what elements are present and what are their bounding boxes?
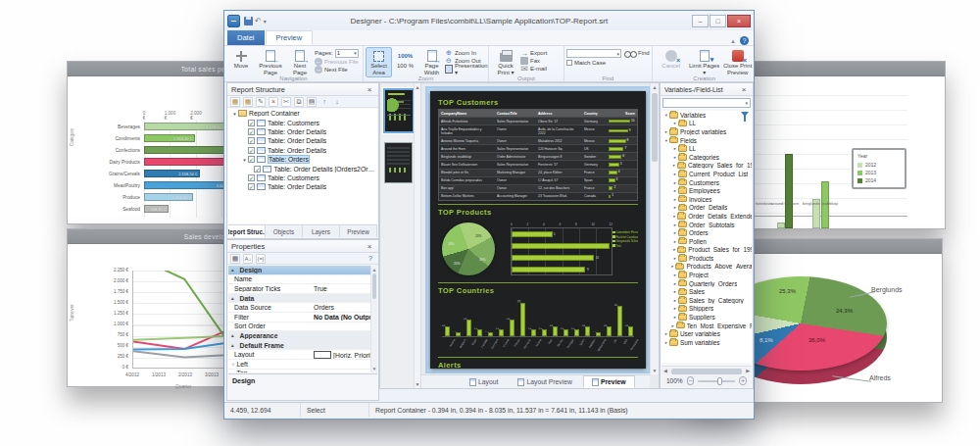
checkbox-icon[interactable]: ✓: [248, 147, 255, 154]
variables-tree-item[interactable]: ▸ Current_Product_List: [662, 170, 752, 178]
paste-icon[interactable]: ▤: [307, 97, 317, 107]
variables-tree-item[interactable]: ▸ Pollen: [662, 237, 752, 246]
tree-item[interactable]: ✓ Table: Order Details: [228, 182, 377, 191]
ribbon-big-button[interactable]: ←Previous Page: [256, 47, 285, 77]
delete-icon[interactable]: ×: [269, 97, 278, 107]
help-icon[interactable]: ?: [740, 36, 749, 45]
app-icon[interactable]: [227, 15, 240, 27]
variables-tree-item[interactable]: ▸ Order_Subtotals: [662, 221, 752, 229]
expander-icon[interactable]: ▸: [670, 323, 676, 328]
search-combo[interactable]: ▾: [566, 49, 621, 58]
property-value[interactable]: [Horiz. Priority]: [311, 351, 370, 359]
close-pane-icon[interactable]: ×: [739, 85, 749, 94]
variables-tree-item[interactable]: ▸ Quarterly_Orders: [662, 279, 752, 288]
variables-tree-item[interactable]: ▸ LL: [662, 144, 752, 153]
pane-tab[interactable]: Report Struc...: [228, 225, 266, 237]
pane-tab[interactable]: Preview: [340, 225, 377, 237]
tree-item[interactable]: ▾ Report Container: [228, 109, 377, 118]
tree-item[interactable]: ✓ Table: Order Details [Orders2Order Det…: [228, 164, 377, 173]
property-row[interactable]: Filter No Data (No Output): [228, 313, 370, 322]
checkbox-icon[interactable]: ✓: [248, 156, 255, 163]
variables-tree-item[interactable]: ▸ Order_Details_Extended: [662, 212, 752, 221]
cut-icon[interactable]: ✂: [281, 97, 291, 107]
view-tab[interactable]: Layout: [461, 375, 507, 388]
variables-tree-item[interactable]: ▸ Sales: [662, 287, 752, 296]
pane-tab[interactable]: Layers: [303, 225, 340, 237]
variables-tree-item[interactable]: ▸ Ten_Most_Expensive_Products: [662, 322, 752, 330]
move-down-icon[interactable]: ↓: [332, 97, 342, 107]
tree-item[interactable]: ✓ Table: Customers: [228, 173, 377, 182]
property-row[interactable]: Data Source Orders: [228, 303, 370, 313]
property-row[interactable]: Separator Ticks True: [228, 284, 370, 294]
ribbon-small-button[interactable]: E-mail: [520, 65, 562, 73]
ribbon-big-button[interactable]: ▾Limit Pages ▾: [688, 47, 721, 77]
checkbox-icon[interactable]: ✓: [248, 128, 255, 135]
edit-icon[interactable]: ✎: [256, 97, 266, 107]
properties-help-icon[interactable]: ?: [366, 254, 375, 264]
ribbon-big-button[interactable]: Move: [226, 47, 256, 77]
variables-tree-item[interactable]: ▸ User variables: [662, 329, 752, 338]
expander-icon[interactable]: ▾: [231, 111, 238, 117]
ribbon-big-button[interactable]: ×Cancel: [655, 47, 688, 77]
checkbox-icon[interactable]: ✓: [254, 166, 261, 173]
property-row[interactable]: Name: [228, 275, 370, 285]
variables-tree-item[interactable]: ▸ Suppliers: [662, 313, 752, 322]
match-case-checkbox[interactable]: Match Case: [566, 59, 623, 67]
variables-hscrollbar[interactable]: ◀▶: [662, 366, 752, 374]
variables-tree-item[interactable]: ▾ Fields: [662, 136, 752, 145]
collapse-ribbon-icon[interactable]: ▲: [730, 38, 736, 44]
variables-tree-item[interactable]: ▸ Project variables: [662, 127, 752, 136]
variables-tree-item[interactable]: ▸ Sum variables: [662, 338, 752, 347]
variables-tree-item[interactable]: ▸ Categories: [662, 153, 752, 162]
page-thumbnail-2[interactable]: [384, 142, 413, 183]
property-value[interactable]: No Data (No Output): [311, 314, 370, 321]
variables-tree-item[interactable]: ▸ Products: [662, 254, 752, 263]
variables-filter-combo[interactable]: ▾: [662, 98, 751, 108]
undo-icon[interactable]: ↶: [255, 17, 262, 25]
property-row[interactable]: Layout [Horiz. Priority]: [228, 350, 370, 360]
properties-scrollbar[interactable]: ▲▼: [370, 266, 377, 372]
close-pane-icon[interactable]: ×: [365, 85, 374, 94]
ribbon-big-button[interactable]: →Next Page: [285, 47, 315, 77]
variables-tree-item[interactable]: ▸ Sales_by_Category: [662, 296, 752, 305]
variables-tree-item[interactable]: ▸ Customers: [662, 178, 752, 187]
ribbon-big-button[interactable]: Select Area: [366, 47, 392, 77]
ribbon-small-button[interactable]: Presentation ▾: [445, 65, 488, 73]
report-page-selection[interactable]: TOP Customers CompanyName ContactTitle A…: [425, 86, 651, 373]
ribbon-small-button[interactable]: Export: [520, 49, 562, 57]
variables-tree-item[interactable]: ▸ Product_Sales_for_1995: [662, 246, 752, 255]
copy-icon[interactable]: ⧉: [294, 97, 304, 107]
variables-tree-item[interactable]: ▸ Shippers: [662, 305, 752, 314]
ribbon-big-button[interactable]: ×Close Print Preview: [721, 47, 755, 77]
find-button[interactable]: Find: [623, 49, 650, 57]
checkbox-icon[interactable]: ✓: [248, 174, 255, 181]
thumbnail-scrollbar[interactable]: ▲▼: [414, 83, 420, 388]
checkbox-icon[interactable]: ✓: [248, 137, 255, 144]
tree-item[interactable]: ✓ Table: Order Details: [228, 146, 377, 155]
ribbon-small-button[interactable]: ←Previous File: [315, 58, 361, 66]
variables-tree-item[interactable]: ▸ Category_Sales_for_1995: [662, 162, 752, 171]
ribbon-big-button[interactable]: ↔Page Width: [418, 47, 445, 77]
pages-combo[interactable]: 1▾: [335, 49, 359, 58]
variables-tree-item[interactable]: ▸ Order_Details: [662, 204, 752, 213]
property-row[interactable]: Sort Order: [228, 322, 370, 332]
ribbon-big-button[interactable]: 100%100 %: [392, 47, 418, 77]
property-row[interactable]: Design: [228, 266, 370, 275]
filter-funnel-icon[interactable]: [741, 112, 749, 117]
property-row[interactable]: ▹Top: [228, 370, 370, 372]
ribbon-small-button[interactable]: Zoom In: [445, 49, 488, 57]
close-button[interactable]: ×: [727, 15, 751, 27]
pane-tab[interactable]: Objects: [266, 225, 303, 237]
property-value[interactable]: True: [311, 285, 370, 292]
property-row[interactable]: Data: [228, 294, 370, 304]
zoom-out-icon[interactable]: −: [687, 376, 695, 385]
formula-icon[interactable]: {=}: [256, 254, 266, 264]
checkbox-icon[interactable]: ✓: [248, 120, 255, 126]
page-thumbnail-1[interactable]: [383, 88, 415, 133]
variables-tree-item[interactable]: ▸ Employees: [662, 186, 752, 195]
tab-file[interactable]: Datei: [227, 30, 265, 45]
property-row[interactable]: Appearance: [228, 331, 370, 341]
variables-tree-item[interactable]: ▸ Products_Above_Average_Price: [662, 263, 752, 272]
zoom-slider[interactable]: [698, 380, 735, 382]
tree-item[interactable]: ✓ Table: Customers: [228, 118, 377, 126]
